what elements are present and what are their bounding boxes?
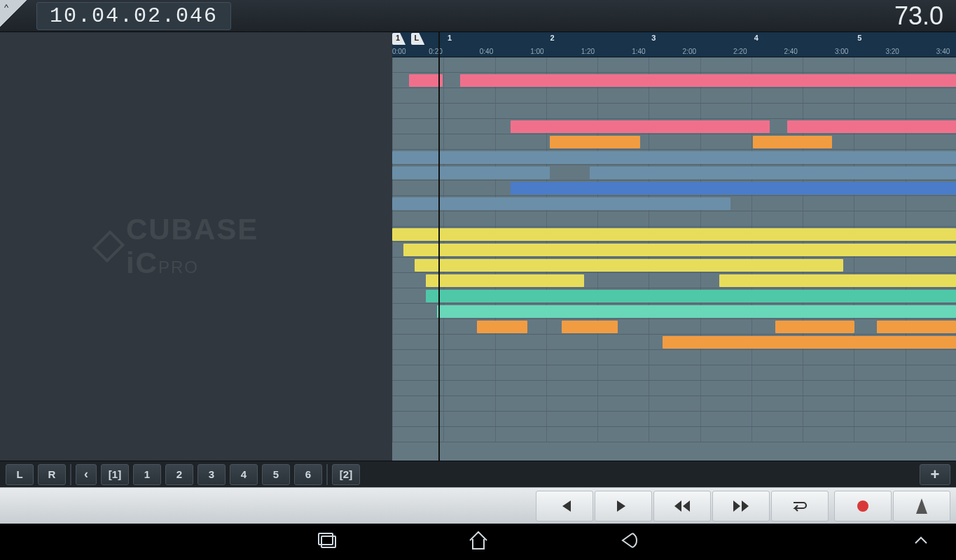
go-to-end-button[interactable] (595, 491, 652, 522)
ruler-time-label: 1:00 (530, 48, 543, 55)
audio-clip[interactable] (415, 259, 843, 272)
track-row[interactable] (392, 119, 956, 134)
header-bar: 10.04.02.046 73.0 (0, 0, 956, 32)
brand-text: CUBASE iCPRO (126, 213, 294, 280)
marker-button[interactable]: 2 (165, 464, 193, 485)
track-row[interactable] (392, 88, 956, 104)
locator-marker[interactable]: 1 (392, 33, 406, 45)
marker-button[interactable]: 1 (133, 464, 161, 485)
tempo-display[interactable]: 73.0 (894, 1, 950, 31)
locator-l-button[interactable]: L (6, 464, 34, 485)
ruler-time-label: 2:00 (683, 48, 696, 55)
rewind-button[interactable] (653, 491, 711, 522)
android-back-button[interactable] (617, 528, 642, 556)
marker-button[interactable]: 6 (294, 464, 322, 485)
audio-clip[interactable] (877, 321, 956, 333)
track-row[interactable] (392, 273, 956, 288)
logo-diamond-icon (92, 230, 125, 263)
marker-button[interactable]: [2] (332, 464, 360, 485)
audio-clip[interactable] (426, 274, 583, 287)
android-nav-bar (0, 524, 956, 560)
ruler-time-label: 2:40 (784, 48, 797, 55)
track-row[interactable] (392, 104, 956, 119)
audio-clip[interactable] (392, 197, 730, 210)
audio-clip[interactable] (719, 274, 956, 287)
audio-clip[interactable] (460, 74, 956, 87)
track-row[interactable] (392, 288, 956, 304)
track-row[interactable] (392, 181, 956, 196)
audio-clip[interactable] (562, 321, 618, 333)
track-row[interactable] (392, 396, 956, 412)
go-to-start-button[interactable] (536, 491, 593, 522)
ruler-time-label: 0:00 (392, 48, 406, 55)
android-home-button[interactable] (466, 528, 491, 556)
timeline-ruler[interactable]: 1L1234560:000:200:401:001:201:402:002:20… (392, 32, 956, 57)
track-row[interactable] (392, 381, 956, 396)
audio-clip[interactable] (403, 244, 956, 256)
track-row[interactable] (392, 150, 956, 165)
track-row[interactable] (392, 242, 956, 258)
track-row[interactable] (392, 319, 956, 335)
locator-r-button[interactable]: R (38, 464, 66, 485)
track-list-panel[interactable]: CUBASE iCPRO (0, 32, 392, 461)
audio-clip[interactable] (550, 136, 640, 148)
track-row[interactable] (392, 335, 956, 350)
corner-menu-button[interactable] (0, 0, 27, 27)
track-row[interactable] (392, 57, 956, 73)
audio-clip[interactable] (775, 321, 854, 333)
audio-clip[interactable] (511, 120, 770, 133)
marker-button[interactable]: 3 (198, 464, 226, 485)
track-row[interactable] (392, 134, 956, 150)
record-button[interactable] (834, 491, 892, 522)
metronome-button[interactable] (893, 491, 950, 522)
track-row[interactable] (392, 365, 956, 381)
audio-clip[interactable] (392, 167, 550, 179)
audio-clip[interactable] (437, 305, 956, 318)
track-row[interactable] (392, 350, 956, 365)
android-recent-button[interactable] (314, 528, 340, 556)
timecode-display[interactable]: 10.04.02.046 (36, 2, 231, 30)
metronome-icon (916, 498, 927, 514)
track-row[interactable] (392, 211, 956, 227)
track-row[interactable] (392, 227, 956, 242)
audio-clip[interactable] (511, 182, 956, 195)
audio-clip[interactable] (753, 136, 832, 148)
marker-bar: LR‹[1]123456[2]+ (0, 461, 956, 487)
ruler-bar-number: 5 (857, 34, 861, 42)
ruler-time-label: 3:00 (835, 48, 848, 55)
ruler-time-label: 1:20 (581, 48, 595, 55)
marker-button[interactable]: 4 (230, 464, 258, 485)
fast-forward-button[interactable] (712, 491, 770, 522)
audio-clip[interactable] (392, 228, 956, 241)
ruler-time-label: 0:40 (480, 48, 493, 55)
arrange-panel[interactable]: 1L1234560:000:200:401:001:201:402:002:20… (392, 32, 956, 461)
tracks-container[interactable] (392, 57, 956, 461)
track-row[interactable] (392, 165, 956, 181)
marker-button[interactable]: [1] (101, 464, 129, 485)
audio-clip[interactable] (590, 167, 956, 179)
audio-clip[interactable] (787, 120, 957, 133)
marker-prev-button[interactable]: ‹ (76, 464, 97, 485)
ruler-time-label: 2:20 (733, 48, 747, 55)
track-row[interactable] (392, 258, 956, 273)
audio-clip[interactable] (392, 151, 956, 164)
record-icon (857, 500, 868, 512)
track-row[interactable] (392, 427, 956, 442)
ruler-bar-number: 2 (550, 34, 554, 42)
ruler-time-label: 1:40 (632, 48, 645, 55)
ruler-bar-number: 1 (448, 34, 452, 42)
track-row[interactable] (392, 304, 956, 319)
audio-clip[interactable] (426, 290, 956, 302)
main-area: CUBASE iCPRO 1L1234560:000:200:401:001:2… (0, 32, 956, 461)
android-menu-button[interactable] (908, 528, 934, 556)
audio-clip[interactable] (663, 336, 956, 349)
add-marker-button[interactable]: + (920, 464, 950, 485)
audio-clip[interactable] (477, 321, 527, 333)
track-row[interactable] (392, 196, 956, 211)
playhead[interactable] (438, 32, 440, 461)
track-row[interactable] (392, 73, 956, 88)
marker-button[interactable]: 5 (262, 464, 290, 485)
track-row[interactable] (392, 412, 956, 427)
cycle-button[interactable] (771, 491, 829, 522)
locator-marker[interactable]: L (411, 33, 425, 45)
